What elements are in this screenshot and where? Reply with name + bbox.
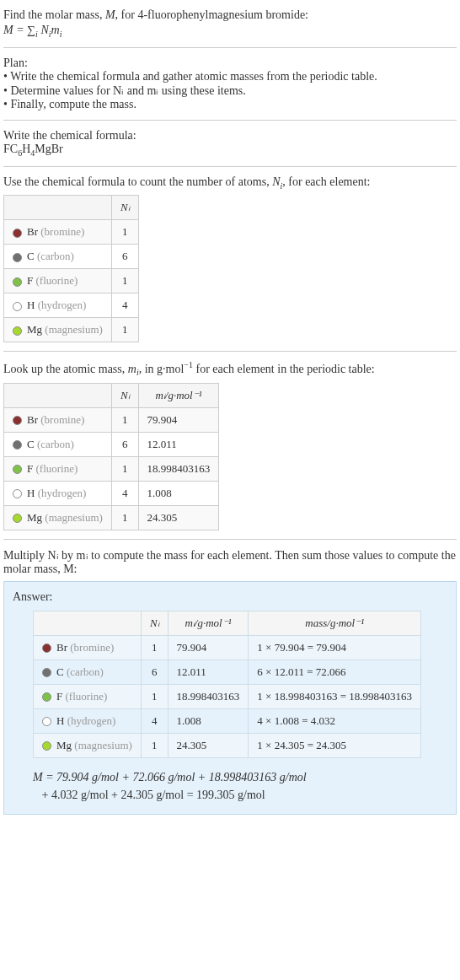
table-header-mass: mass/g·mol⁻¹ [249, 611, 421, 635]
element-name: (bromine) [40, 413, 84, 426]
mass-cell: 1 × 18.998403163 = 18.998403163 [249, 684, 421, 708]
mass-title-b: , in g·mol [139, 363, 185, 375]
table-row: H (hydrogen)4 [4, 293, 139, 318]
element-cell: H (hydrogen) [4, 481, 112, 505]
element-name: (fluorine) [35, 274, 78, 287]
mass-cell: 6 × 12.011 = 72.066 [249, 660, 421, 684]
n-cell: 4 [111, 293, 138, 318]
table-row: H (hydrogen)41.008 [4, 481, 219, 505]
element-cell: C (carbon) [4, 432, 112, 456]
table-row: C (carbon)6 [4, 245, 139, 269]
compute-title: Multiply Nᵢ by mᵢ to compute the mass fo… [3, 548, 457, 576]
n-cell: 1 [111, 407, 138, 432]
m-cell: 18.998403163 [138, 456, 219, 481]
table-header-blank [4, 383, 112, 407]
element-swatch [13, 253, 22, 262]
count-table: Nᵢ Br (bromine)1 C (carbon)6 F (fluorine… [3, 195, 139, 342]
divider [3, 47, 457, 48]
n-cell: 6 [111, 432, 138, 456]
table-row: H (hydrogen)41.0084 × 1.008 = 4.032 [34, 708, 421, 733]
chemical-formula: FC6H4MgBr [3, 143, 457, 158]
element-symbol: C [27, 438, 35, 450]
n-cell: 1 [141, 684, 168, 708]
table-row: F (fluorine)118.998403163 [4, 456, 219, 481]
element-symbol: C [56, 665, 64, 678]
eq-m: m [51, 24, 60, 36]
divider [3, 539, 457, 540]
count-title-a: Use the chemical formula to count the nu… [3, 175, 272, 188]
element-swatch [13, 465, 22, 474]
element-symbol: H [56, 714, 64, 727]
element-swatch [13, 440, 22, 450]
n-cell: 1 [141, 635, 168, 660]
table-row: F (fluorine)1 [4, 269, 139, 293]
n-cell: 6 [111, 245, 138, 269]
plan-title: Plan: [3, 57, 457, 70]
element-name: (hydrogen) [38, 487, 87, 499]
mass-neg1: −1 [184, 360, 193, 369]
element-swatch [42, 741, 51, 751]
intro-eq: M = ∑i Nimi [3, 24, 457, 39]
plan-block: Plan: • Write the chemical formula and g… [3, 51, 457, 116]
m-cell: 24.305 [168, 733, 249, 757]
element-name: (fluorine) [65, 690, 107, 703]
element-cell: Mg (magnesium) [4, 505, 112, 530]
mass-cell: 1 × 79.904 = 79.904 [249, 635, 421, 660]
table-header-row: Nᵢ mᵢ/g·mol⁻¹ [4, 383, 219, 407]
answer-box: Answer: Nᵢ mᵢ/g·mol⁻¹ mass/g·mol⁻¹ Br (b… [3, 581, 457, 815]
intro-M: M [105, 8, 115, 21]
compute-block: Multiply Nᵢ by mᵢ to compute the mass fo… [3, 543, 457, 820]
element-symbol: Br [56, 641, 67, 654]
n-cell: 4 [141, 708, 168, 733]
table-header-blank [4, 196, 112, 220]
n-cell: 6 [141, 660, 168, 684]
element-swatch [13, 277, 22, 287]
element-name: (carbon) [37, 438, 74, 450]
m-cell: 24.305 [138, 505, 219, 530]
plan-item: • Write the chemical formula and gather … [3, 70, 457, 83]
eq-m-sub: i [60, 30, 62, 39]
table-row: Br (bromine)1 [4, 220, 139, 245]
element-swatch [13, 302, 22, 311]
table-row: F (fluorine)118.9984031631 × 18.99840316… [34, 684, 421, 708]
m-cell: 12.011 [168, 660, 249, 684]
table-header-m: mᵢ/g·mol⁻¹ [138, 383, 219, 407]
element-cell: Mg (magnesium) [4, 318, 112, 342]
element-swatch [13, 416, 22, 425]
m-cell: 1.008 [138, 481, 219, 505]
element-symbol: H [27, 487, 35, 499]
formula-part: H [22, 143, 30, 155]
element-swatch [42, 717, 51, 726]
intro-line: Find the molar mass, M, for 4-fluorophen… [3, 8, 457, 22]
divider [3, 166, 457, 167]
table-row: Mg (magnesium)124.3051 × 24.305 = 24.305 [34, 733, 421, 757]
element-cell: C (carbon) [4, 245, 112, 269]
element-name: (fluorine) [35, 462, 78, 475]
element-swatch [13, 489, 22, 498]
formula-title: Write the chemical formula: [3, 129, 457, 143]
mass-table: Nᵢ mᵢ/g·mol⁻¹ Br (bromine)179.904 C (car… [3, 383, 219, 530]
intro-text-a: Find the molar mass, [3, 8, 105, 21]
formula-part: MgBr [35, 143, 62, 155]
element-symbol: F [27, 274, 33, 287]
element-cell: H (hydrogen) [4, 293, 112, 318]
intro-block: Find the molar mass, M, for 4-fluorophen… [3, 3, 457, 44]
eq-N: N [40, 24, 48, 36]
mass-title-a: Look up the atomic mass, [3, 363, 128, 375]
element-swatch [42, 668, 51, 677]
n-cell: 1 [111, 505, 138, 530]
mass-m: m [128, 363, 136, 375]
m-cell: 18.998403163 [168, 684, 249, 708]
table-row: Br (bromine)179.9041 × 79.904 = 79.904 [34, 635, 421, 660]
element-name: (carbon) [67, 665, 104, 678]
eq-left: M = ∑ [3, 24, 35, 36]
n-cell: 4 [111, 481, 138, 505]
element-symbol: Br [27, 225, 38, 238]
divider [3, 120, 457, 121]
element-cell: F (fluorine) [34, 684, 142, 708]
divider [3, 351, 457, 352]
element-swatch [13, 229, 22, 238]
mass-cell: 4 × 1.008 = 4.032 [249, 708, 421, 733]
table-header-n: Nᵢ [141, 611, 168, 635]
count-N: N [272, 175, 280, 188]
